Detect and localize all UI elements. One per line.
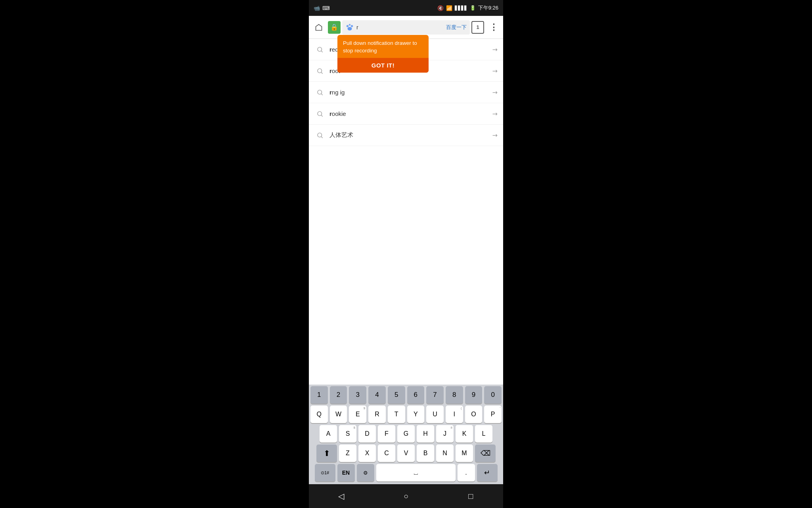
address-input-text: r xyxy=(356,24,444,31)
key-r[interactable]: R xyxy=(368,406,386,423)
settings-icon: ⚙ xyxy=(363,470,368,476)
back-icon: ◁ xyxy=(338,491,344,501)
key-b[interactable]: B xyxy=(417,444,434,462)
space-key[interactable]: ⎵ xyxy=(376,464,456,481)
svg-line-5 xyxy=(321,51,322,52)
tab-count-label: 1 xyxy=(476,24,479,30)
key-z[interactable]: Z xyxy=(339,444,356,462)
enter-icon: ↵ xyxy=(484,468,490,477)
key-3[interactable]: 3 xyxy=(349,386,366,404)
more-menu-button[interactable]: ⋮ xyxy=(486,20,501,35)
key-c[interactable]: C xyxy=(378,444,395,462)
key-w[interactable]: W xyxy=(330,406,347,423)
key-y[interactable]: Y xyxy=(407,406,425,423)
svg-point-0 xyxy=(347,25,349,27)
tab-count-button[interactable]: 1 xyxy=(471,21,484,34)
key-p[interactable]: P' xyxy=(484,406,502,423)
key-1[interactable]: 1 xyxy=(310,386,328,404)
key-h[interactable]: H xyxy=(417,425,434,443)
keyboard-number-row: 1 2 3 4 5 6 7 8 9 0 xyxy=(309,386,503,404)
key-x[interactable]: X xyxy=(358,444,376,462)
space-icon: ⎵ xyxy=(414,469,418,476)
home-button[interactable] xyxy=(311,20,326,35)
key-o[interactable]: O xyxy=(465,406,483,423)
key-5[interactable]: 5 xyxy=(388,386,405,404)
key-6[interactable]: 6 xyxy=(407,386,425,404)
search-suggestion-item-rookie[interactable]: rookie ↗ xyxy=(309,103,503,125)
browser-area: 🔒 r 百度一下 1 ⋮ Pu xyxy=(309,16,503,484)
key-l[interactable]: L xyxy=(475,425,492,443)
shift-key[interactable]: ⬆ xyxy=(316,444,337,462)
key-u[interactable]: U xyxy=(426,406,444,423)
svg-point-2 xyxy=(349,24,350,25)
baidu-search-button[interactable]: 百度一下 xyxy=(446,24,467,31)
delete-key[interactable]: ⌫ xyxy=(475,444,496,462)
phone-frame: 📹 ⌨ 🔇 📶 ▋▋▋▋ 🔋 下午9:26 🔒 xyxy=(309,0,503,508)
key-2[interactable]: 2 xyxy=(330,386,347,404)
search-suggestion-item-chinese[interactable]: 人体艺术 ↗ xyxy=(309,125,503,146)
key-f[interactable]: F xyxy=(378,425,395,443)
key-g[interactable]: G xyxy=(397,425,415,443)
key-a[interactable]: A xyxy=(320,425,337,443)
recents-icon: □ xyxy=(468,492,473,501)
address-bar[interactable]: r 百度一下 xyxy=(342,20,470,35)
key-4[interactable]: 4 xyxy=(368,386,386,404)
browser-toolbar: 🔒 r 百度一下 1 ⋮ Pu xyxy=(309,16,503,39)
notification-tooltip: Pull down notification drawer to stop re… xyxy=(337,35,429,73)
key-q[interactable]: Q xyxy=(310,406,328,423)
search-icon-red xyxy=(314,44,326,55)
search-suggestion-item-rng[interactable]: rng ig ↗ xyxy=(309,82,503,103)
key-t[interactable]: T xyxy=(388,406,405,423)
sym-label: ⊙1# xyxy=(321,470,329,475)
key-d[interactable]: D xyxy=(358,425,376,443)
keyboard-icon: ⌨ xyxy=(322,5,330,11)
key-i[interactable]: I( xyxy=(446,406,463,423)
got-it-button[interactable]: GOT IT! xyxy=(337,58,429,73)
lock-button[interactable]: 🔒 xyxy=(328,21,341,34)
lang-label: EN xyxy=(342,470,350,476)
enter-key[interactable]: ↵ xyxy=(477,464,498,481)
keyboard-qwerty-row: Q W E$ R T Y U I( O P' xyxy=(309,406,503,423)
key-j[interactable]: J8 xyxy=(436,425,454,443)
home-nav-button[interactable]: ○ xyxy=(399,489,413,503)
language-key[interactable]: EN xyxy=(337,464,355,481)
key-e[interactable]: E$ xyxy=(349,406,366,423)
svg-point-12 xyxy=(318,133,322,137)
status-bar: 📹 ⌨ 🔇 📶 ▋▋▋▋ 🔋 下午9:26 xyxy=(309,0,503,16)
key-v[interactable]: V xyxy=(397,444,415,462)
back-button[interactable]: ◁ xyxy=(334,489,349,503)
key-k[interactable]: K xyxy=(456,425,473,443)
recents-button[interactable]: □ xyxy=(463,489,478,503)
lock-icon: 🔒 xyxy=(330,23,338,31)
battery-icon: 🔋 xyxy=(470,5,476,11)
signal-icon: ▋▋▋▋ xyxy=(455,6,467,11)
camera-recording-icon: 📹 xyxy=(314,5,320,11)
svg-point-4 xyxy=(318,47,322,52)
svg-point-6 xyxy=(318,69,322,73)
key-9[interactable]: 9 xyxy=(465,386,483,404)
settings-key[interactable]: ⚙ xyxy=(357,464,374,481)
key-m[interactable]: M xyxy=(456,444,473,462)
search-suggestions-list: red ↗ root ↗ xyxy=(309,39,503,385)
svg-line-7 xyxy=(321,72,322,73)
key-n[interactable]: N xyxy=(436,444,454,462)
keyboard-zxcv-row: ⬆ Z X C V B N M ⌫ xyxy=(309,444,503,462)
status-right-icons: 🔇 📶 ▋▋▋▋ 🔋 下午9:26 xyxy=(437,4,498,12)
key-s[interactable]: S$ xyxy=(339,425,356,443)
suggestion-text-rng: rng ig xyxy=(329,89,492,96)
keyboard-bottom-row: ⊙1# EN ⚙ ⎵ . ↵ xyxy=(309,464,503,481)
period-key[interactable]: . xyxy=(458,464,475,481)
key-0[interactable]: 0 xyxy=(484,386,502,404)
svg-point-8 xyxy=(318,90,322,94)
svg-point-1 xyxy=(351,25,353,27)
key-7[interactable]: 7 xyxy=(426,386,444,404)
shift-icon: ⬆ xyxy=(324,448,330,458)
svg-point-10 xyxy=(318,112,322,116)
svg-point-3 xyxy=(348,27,352,30)
key-8[interactable]: 8 xyxy=(446,386,463,404)
keyboard-asdf-row: A S$ D F G H J8 K L xyxy=(309,425,503,443)
search-icon-rng xyxy=(314,87,326,98)
home-nav-icon: ○ xyxy=(404,492,408,501)
svg-line-9 xyxy=(321,94,322,95)
sym-key[interactable]: ⊙1# xyxy=(315,464,335,481)
